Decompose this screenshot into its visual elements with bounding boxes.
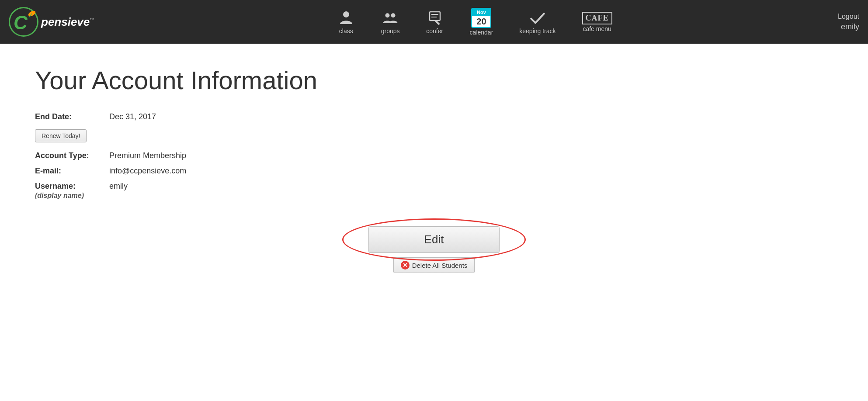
display-name-label: (display name)	[35, 192, 84, 199]
end-date-row: End Date: Dec 31, 2017	[35, 112, 833, 121]
person-icon	[337, 9, 355, 27]
nav-label-groups: groups	[381, 28, 400, 35]
svg-rect-6	[430, 12, 440, 21]
cafe-icon: CAFE	[582, 12, 612, 24]
nav-item-confer[interactable]: confer	[413, 6, 457, 38]
username-value: emily	[109, 182, 128, 191]
logout-button[interactable]: Logout	[838, 13, 859, 21]
svg-text:C: C	[14, 12, 28, 33]
svg-point-4	[385, 13, 390, 17]
logo-text: pensieve™	[41, 15, 94, 29]
delete-label: Delete All Students	[412, 262, 468, 269]
svg-point-5	[391, 13, 396, 17]
calendar-icon: Nov 20	[471, 8, 491, 28]
nav-label-class: class	[339, 28, 353, 35]
groups-icon	[382, 9, 399, 27]
end-date-value: Dec 31, 2017	[109, 112, 156, 121]
nav-items: class groups confer Nov 20 calendar	[111, 4, 838, 39]
edit-button-wrap: Edit	[368, 226, 500, 253]
delete-x-icon: ✕	[401, 261, 410, 270]
nav-label-calendar: calendar	[470, 29, 493, 36]
account-type-row: Account Type: Premium Membership	[35, 151, 833, 160]
email-label: E-mail:	[35, 166, 105, 176]
edit-button[interactable]: Edit	[368, 226, 500, 253]
calendar-month: Nov	[472, 9, 490, 16]
logo-circle: C	[9, 7, 38, 37]
nav-label-cafe-menu: cafe menu	[583, 25, 611, 32]
actions-area: Edit ✕ Delete All Students	[35, 226, 833, 273]
account-type-value: Premium Membership	[109, 151, 186, 160]
username-row: Username: (display name) emily	[35, 182, 833, 200]
nav-label-keeping-track: keeping track	[519, 28, 556, 35]
page-title: Your Account Information	[35, 66, 833, 95]
email-row: E-mail: info@ccpensieve.com	[35, 166, 833, 176]
username-label: Username: (display name)	[35, 182, 105, 200]
svg-marker-9	[435, 21, 440, 25]
nav-item-keeping-track[interactable]: keeping track	[506, 6, 569, 38]
nav-right: Logout emily	[838, 13, 859, 31]
email-value: info@ccpensieve.com	[109, 166, 186, 176]
nav-label-confer: confer	[426, 28, 443, 35]
nav-item-groups[interactable]: groups	[368, 6, 413, 38]
main-content: Your Account Information End Date: Dec 3…	[0, 44, 868, 401]
nav-item-calendar[interactable]: Nov 20 calendar	[457, 4, 507, 39]
nav-item-cafe-menu[interactable]: CAFE cafe menu	[569, 8, 625, 36]
nav-username: emily	[841, 22, 859, 31]
logo[interactable]: C pensieve™	[9, 7, 94, 37]
delete-all-students-button[interactable]: ✕ Delete All Students	[393, 257, 475, 273]
calendar-day: 20	[472, 16, 490, 27]
checkmark-icon	[529, 9, 546, 27]
pencil-icon	[426, 9, 444, 27]
renew-button[interactable]: Renew Today!	[35, 129, 87, 142]
end-date-label: End Date:	[35, 112, 105, 121]
account-type-label: Account Type:	[35, 151, 105, 160]
svg-point-3	[343, 11, 349, 17]
info-section: End Date: Dec 31, 2017 Renew Today! Acco…	[35, 112, 833, 200]
nav-item-class[interactable]: class	[324, 6, 368, 38]
main-nav: C pensieve™ class groups	[0, 0, 868, 44]
